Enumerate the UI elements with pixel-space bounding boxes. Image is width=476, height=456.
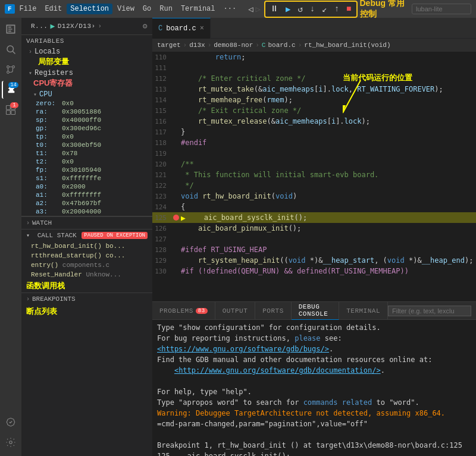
menu-go[interactable]: Go — [139, 4, 155, 14]
code-line-124: 124 { — [152, 202, 476, 212]
code-line-120: 120 /** — [152, 159, 476, 169]
debug-chevron-icon[interactable]: › — [98, 23, 102, 30]
locals-item[interactable]: › Locals — [21, 47, 152, 56]
code-line-121: 121 * This function will initial smart-e… — [152, 169, 476, 180]
breakpoints-arrow-icon: › — [26, 296, 30, 303]
reg-zero-val: 0x0 — [62, 100, 74, 107]
registers-list: zero:0x0 ra:0x30051886 sp:0x40000ff0 gp:… — [21, 99, 152, 216]
console-line-8: Warning: Debuggee TargetArchitecture not… — [157, 408, 471, 419]
activity-debug-icon[interactable]: 14 — [2, 81, 20, 99]
breakpoints-header[interactable]: › BREAKPOINTS — [21, 293, 152, 305]
menu-selection[interactable]: Selection — [67, 4, 112, 14]
activity-search-icon[interactable] — [2, 40, 20, 58]
title-bar-right — [412, 4, 471, 14]
code-line-125: 125 ▶ aic_board_sysclk_init(); — [152, 212, 476, 223]
activity-remote-icon[interactable] — [2, 413, 20, 431]
variables-header[interactable]: VARIABLES — [21, 35, 152, 47]
run-icon[interactable]: ▶ — [50, 21, 55, 31]
menu-terminal[interactable]: Terminal — [177, 4, 219, 14]
bp-dot-125 — [173, 215, 179, 221]
gear-icon[interactable]: ⚙ — [143, 21, 148, 31]
debug-step-into-btn[interactable]: ↙ — [320, 3, 329, 15]
line-num-114: 114 — [152, 96, 171, 104]
panel-filter-input[interactable] — [388, 306, 471, 316]
tab-debug-console[interactable]: DEBUG CONSOLE — [292, 302, 339, 320]
line-num-121: 121 — [152, 171, 171, 179]
tab-problems[interactable]: PROBLEMS 83 — [152, 302, 215, 320]
console-link-1[interactable]: <http://www.gnu.org/software/gdb/documen… — [174, 366, 381, 375]
search-input[interactable] — [412, 4, 471, 14]
menu-more[interactable]: ··· — [220, 4, 240, 14]
activity-bottom — [2, 413, 20, 456]
activity-extensions-icon[interactable]: 1 — [2, 101, 20, 119]
code-line-115: 115 /* Exit critical zone */ — [152, 105, 476, 116]
run-header[interactable]: R... ▶ D12x/D13› › ⚙ — [21, 18, 152, 34]
line-bp-125[interactable] — [171, 215, 181, 221]
debug-continue-btn[interactable]: ▶ — [283, 3, 293, 15]
reg-zero-name: zero: — [36, 100, 60, 107]
debug-pause-btn[interactable]: ⏸ — [268, 3, 281, 15]
debug-restart-btn[interactable]: ↺ — [295, 3, 305, 15]
line-content-122: */ — [181, 181, 476, 190]
code-line-128: 128 #ifdef RT_USING_HEAP — [152, 244, 476, 255]
reg-ra-val: 0x30051886 — [62, 108, 101, 115]
tab-board-c[interactable]: C board.c × — [152, 18, 211, 39]
breadcrumb-demo[interactable]: demo88-nor — [214, 42, 253, 49]
registers-label: Registers — [35, 69, 73, 77]
problems-badge: 83 — [196, 308, 208, 314]
reg-t1-name: t1: — [36, 150, 60, 157]
debug-step-over-btn[interactable]: ↓ — [308, 3, 317, 15]
stack-item-3[interactable]: Reset_Handler Unknow... — [21, 270, 152, 279]
activity-explorer-icon[interactable] — [2, 20, 20, 38]
call-stack-header[interactable]: ▾ CALL STACK Paused on exception — [21, 229, 152, 241]
cpu-group-item[interactable]: ▾ CPU — [21, 90, 152, 99]
reg-t0-val: 0x300ebf50 — [62, 141, 101, 149]
code-editor[interactable]: 当前代码运行的位置 110 return; 111 — [152, 52, 476, 301]
activity-git-icon[interactable] — [2, 61, 20, 78]
console-line-7: Type "apropos word" to search for comman… — [157, 397, 471, 408]
stack-item-1[interactable]: rtthread_startup() co... — [21, 251, 152, 260]
watch-header[interactable]: › WATCH — [26, 219, 148, 227]
debug-toolbar: ⏸ ▶ ↺ ↓ ↙ ↑ ■ — [264, 1, 358, 18]
code-line-112: 112 /* Enter critical zone */ — [152, 73, 476, 84]
debug-stop-btn[interactable]: ■ — [344, 3, 353, 15]
reg-s1-name: s1: — [36, 175, 60, 182]
registers-item[interactable]: ▾ Registers — [21, 68, 152, 78]
breadcrumb-func[interactable]: rt_hw_board_init(void) — [304, 42, 390, 49]
line-num-122: 122 — [152, 182, 171, 190]
breadcrumb-file[interactable]: board.c — [268, 42, 295, 49]
debug-step-out-btn[interactable]: ↑ — [332, 3, 342, 15]
stack-func-3: Reset_Handler — [31, 271, 82, 278]
tab-output[interactable]: OUTPUT — [215, 302, 256, 320]
breadcrumb-target[interactable]: target — [157, 42, 181, 49]
line-num-124: 124 — [152, 203, 171, 211]
activity-bar: 14 1 — [0, 18, 21, 456]
console-line-11: Breakpoint 1, rt_hw_board_init () at tar… — [157, 440, 471, 451]
breadcrumb-sep-2: › — [208, 42, 212, 49]
menu-run[interactable]: Run — [156, 4, 176, 14]
menu-edit[interactable]: Edit — [41, 4, 65, 14]
title-bar-center: ⏸ ▶ ↺ ↓ ↙ ↑ ■ Debug 常用控制 — [264, 0, 408, 20]
activity-settings-icon[interactable] — [2, 433, 20, 451]
menu-file[interactable]: File — [16, 4, 40, 14]
line-content-118: #endif — [181, 139, 476, 147]
tab-ports[interactable]: PORTS — [255, 302, 292, 320]
panel-content: Type "show configuration" for configurat… — [152, 320, 476, 456]
nav-back-icon[interactable]: ◁ — [248, 4, 253, 14]
console-link-0[interactable]: <https://www.gnu.org/software/gdb/bugs/> — [157, 345, 329, 353]
reg-t2-name: t2: — [36, 158, 60, 165]
code-line-130: 130 #if (!defined(QEMU_RUN) && defined(R… — [152, 266, 476, 276]
breadcrumb-d13x[interactable]: d13x — [189, 42, 205, 49]
stack-item-0[interactable]: rt_hw_board_init() bo... — [21, 241, 152, 251]
stack-item-2[interactable]: entry() components.c — [21, 260, 152, 270]
tab-close-icon[interactable]: × — [200, 24, 204, 33]
editor-area: C board.c × target › d13x › demo88-nor ›… — [152, 18, 476, 456]
debug-config[interactable]: D12x/D13› — [58, 23, 96, 30]
code-line-123: 123 void rt_hw_board_init(void) — [152, 191, 476, 202]
tab-terminal[interactable]: TERMINAL — [339, 302, 388, 320]
nav-forward-icon[interactable]: ▷ — [256, 4, 261, 14]
cpu-label: CPU — [39, 90, 52, 99]
line-num-116: 116 — [152, 118, 171, 125]
code-line-122: 122 */ — [152, 180, 476, 191]
menu-view[interactable]: View — [114, 4, 138, 14]
